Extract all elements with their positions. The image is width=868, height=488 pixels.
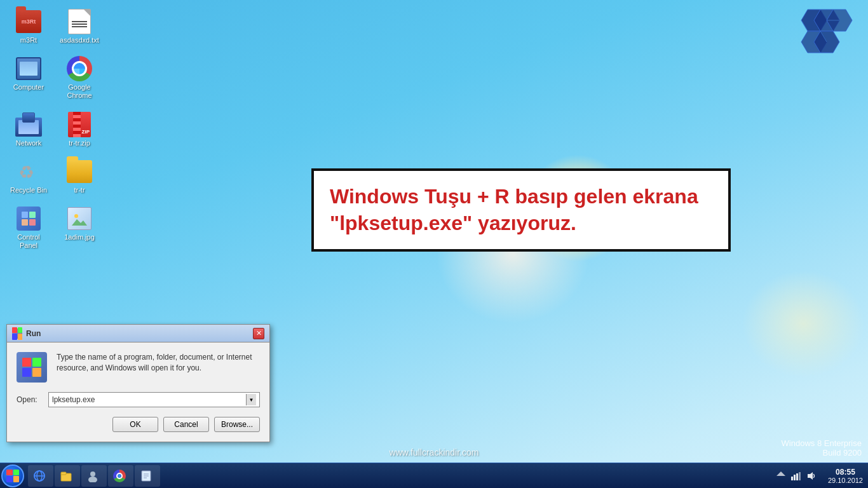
run-taskbar-icon: [140, 470, 153, 482]
network-label: Network: [8, 139, 50, 147]
svg-marker-27: [776, 471, 785, 476]
desktop-icon-zip[interactable]: ZIP tr-tr.zip: [57, 109, 102, 150]
desktop-icon-recycle[interactable]: ♻ Recycle Bin: [6, 156, 51, 197]
svg-rect-30: [796, 473, 798, 480]
taskbar-tray: [770, 470, 823, 482]
tray-arrow-icon[interactable]: [775, 470, 787, 482]
txt-label: asdasdxd.txt: [59, 36, 100, 44]
run-body: Type the name of a program, folder, docu…: [7, 342, 269, 442]
run-open-value: lpksetup.exe: [52, 395, 246, 404]
icon-row-5: Control Panel 1adim.jpg: [6, 203, 102, 252]
m3rt-icon: m3Rt: [16, 9, 41, 34]
chrome-icon: [67, 56, 92, 81]
run-browse-button[interactable]: Browse...: [214, 417, 260, 432]
run-description: Type the name of a program, folder, docu…: [57, 352, 260, 374]
desktop-icon-chrome[interactable]: Google Chrome: [57, 53, 102, 102]
svg-rect-11: [22, 219, 28, 226]
network-icon: [16, 112, 41, 137]
icon-row-3: Network ZIP tr-tr.zip: [6, 109, 102, 150]
svg-rect-29: [794, 475, 796, 480]
m3rt-label: m3Rt: [8, 36, 50, 44]
desktop-icons: m3Rt m3Rt asdasdxd.txt: [6, 6, 102, 252]
run-dialog-icon: [12, 329, 22, 339]
desktop-icon-txt[interactable]: asdasdxd.txt: [57, 6, 102, 47]
desktop-icon-trtr-folder[interactable]: tr-tr: [57, 156, 102, 197]
image-label: 1adim.jpg: [59, 233, 100, 241]
run-open-row: Open: lpksetup.exe ▼: [17, 392, 260, 407]
clock-date: 29.10.2012: [828, 477, 863, 484]
svg-point-22: [88, 477, 97, 482]
run-dialog: Run ✕ Type the name of a program, folder…: [6, 324, 270, 442]
run-open-label: Open:: [17, 395, 43, 404]
recycle-label: Recycle Bin: [8, 186, 50, 194]
start-button[interactable]: [0, 463, 25, 489]
svg-marker-15: [72, 219, 87, 226]
taskbar-ie[interactable]: [28, 465, 53, 487]
controlpanel-icon: [16, 206, 41, 231]
zip-label: tr-tr.zip: [59, 139, 100, 147]
watermark: www.fullcrackindir.com: [390, 447, 479, 458]
image-icon: [67, 206, 92, 231]
svg-text:♻: ♻: [18, 163, 34, 182]
computer-icon: [16, 56, 41, 81]
run-open-input[interactable]: lpksetup.exe ▼: [48, 392, 260, 407]
desktop: m3Rt m3Rt asdasdxd.txt: [0, 0, 868, 488]
desktop-icon-computer[interactable]: Computer: [6, 53, 51, 102]
windows-logo-orb: [6, 470, 19, 482]
taskbar-user[interactable]: [81, 465, 107, 487]
svg-rect-9: [22, 212, 28, 218]
svg-rect-31: [799, 472, 801, 480]
taskbar-clock[interactable]: 08:55 29.10.2012: [823, 468, 868, 484]
windows-info: Windows 8 Enterprise Build 9200: [782, 438, 862, 458]
svg-rect-28: [791, 477, 793, 480]
desktop-icon-network[interactable]: Network: [6, 109, 51, 150]
computer-label: Computer: [8, 83, 50, 92]
windows-build: Build 9200: [782, 448, 862, 458]
controlpanel-label: Control Panel: [8, 233, 50, 250]
tray-volume-icon[interactable]: [805, 470, 818, 482]
run-titlebar-left: Run: [12, 329, 41, 339]
icon-row-1: m3Rt m3Rt asdasdxd.txt: [6, 6, 102, 47]
taskbar-explorer[interactable]: [55, 465, 80, 487]
taskbar-run[interactable]: [135, 465, 160, 487]
svg-rect-12: [29, 219, 36, 226]
desktop-icon-image[interactable]: 1adim.jpg: [57, 203, 102, 252]
run-open-dropdown[interactable]: ▼: [246, 394, 256, 405]
desktop-icon-controlpanel[interactable]: Control Panel: [6, 203, 51, 252]
user-taskbar-icon: [86, 470, 99, 482]
run-large-icon: [17, 352, 47, 383]
chrome-taskbar-icon: [113, 470, 126, 482]
tray-network-icon[interactable]: [790, 470, 803, 482]
logo-topright: [773, 3, 862, 54]
svg-point-21: [90, 471, 95, 477]
desktop-icon-m3rt[interactable]: m3Rt m3Rt: [6, 6, 51, 47]
recycle-icon: ♻: [16, 159, 41, 184]
svg-point-14: [74, 214, 78, 218]
run-close-button[interactable]: ✕: [253, 328, 264, 339]
svg-marker-32: [808, 472, 813, 480]
run-title: Run: [26, 329, 41, 338]
taskbar-chrome[interactable]: [108, 465, 133, 487]
clock-time: 08:55: [836, 468, 855, 477]
trtr-label: tr-tr: [59, 186, 100, 194]
zip-icon: ZIP: [67, 112, 92, 137]
explorer-taskbar-icon: [60, 470, 72, 482]
icon-row-4: ♻ Recycle Bin tr-tr: [6, 156, 102, 197]
run-cancel-button[interactable]: Cancel: [163, 417, 209, 432]
folder-icon: [67, 159, 92, 184]
run-titlebar: Run ✕: [7, 325, 269, 342]
icon-row-2: Computer Google Chrome: [6, 53, 102, 102]
windows-edition: Windows 8 Enterprise: [782, 438, 862, 448]
svg-rect-10: [29, 212, 36, 218]
taskbar: 08:55 29.10.2012: [0, 463, 868, 488]
run-ok-button[interactable]: OK: [112, 417, 158, 432]
ie-taskbar-icon: [33, 470, 46, 482]
run-buttons: OK Cancel Browse...: [17, 417, 260, 432]
svg-rect-20: [61, 472, 66, 475]
annotation-box: Windows Tuşu + R basıp gelen ekrana "lpk…: [311, 168, 731, 252]
taskbar-items: [25, 465, 770, 487]
annotation-text: Windows Tuşu + R basıp gelen ekrana "lpk…: [330, 184, 712, 236]
run-header: Type the name of a program, folder, docu…: [17, 352, 260, 383]
txt-icon: [67, 9, 92, 34]
chrome-label: Google Chrome: [59, 83, 100, 100]
